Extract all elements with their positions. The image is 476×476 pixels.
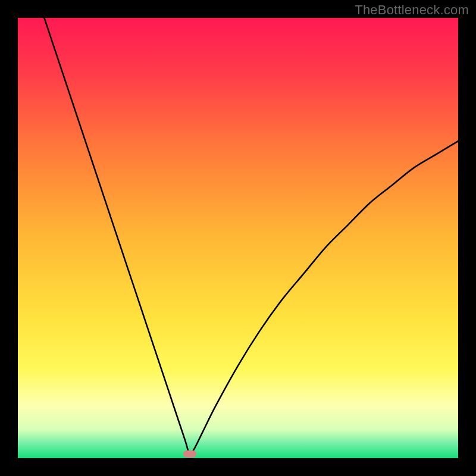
bottleneck-chart (18, 18, 458, 458)
minimum-marker (183, 450, 196, 458)
gradient-background (18, 18, 458, 458)
watermark-text: TheBottleneck.com (355, 2, 469, 18)
chart-frame: TheBottleneck.com (0, 0, 476, 476)
plot-area (18, 18, 458, 458)
